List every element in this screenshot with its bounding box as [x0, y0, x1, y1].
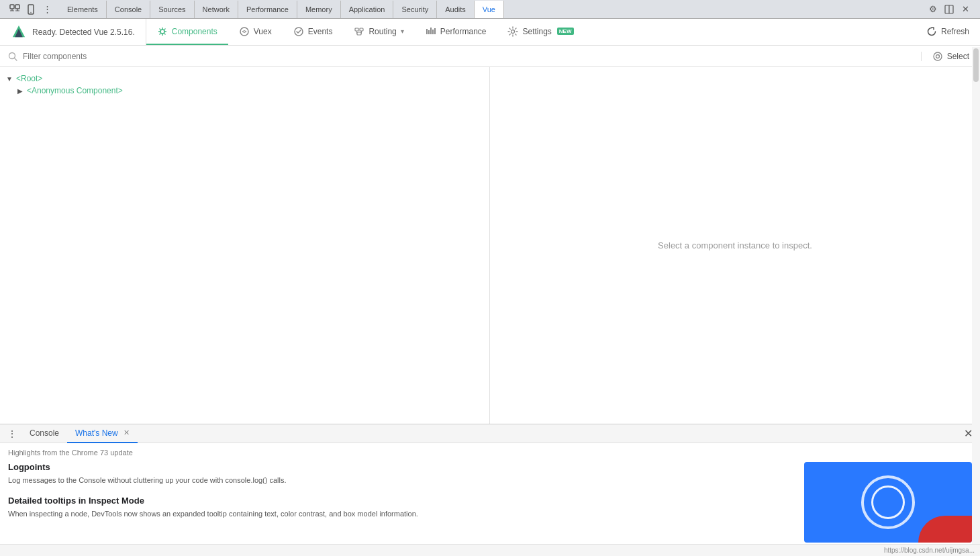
nav-settings[interactable]: Settings NEW	[497, 19, 584, 45]
bottom-tab-console[interactable]: Console	[21, 424, 67, 443]
nav-routing[interactable]: Routing ▾	[343, 19, 414, 45]
tab-performance[interactable]: Performance	[238, 1, 297, 18]
component-tree-panel: ▼ <Root> ▶ <Anonymous Component>	[0, 67, 490, 424]
routing-dropdown-arrow-icon: ▾	[401, 28, 404, 35]
svg-rect-0	[10, 5, 14, 9]
performance-icon	[426, 26, 436, 37]
bottom-menu-icon[interactable]: ⋮	[5, 427, 19, 441]
settings-new-badge: NEW	[557, 28, 574, 35]
filter-components-input[interactable]	[23, 52, 913, 61]
bottom-tab-close-icon[interactable]: ✕	[124, 428, 130, 437]
nav-events-label: Events	[308, 27, 333, 36]
nav-performance-label: Performance	[440, 27, 487, 36]
tree-toggle-root[interactable]: ▼	[5, 75, 13, 83]
detailed-tooltips-desc: When inspecting a node, DevTools now sho…	[8, 508, 793, 520]
svg-line-13	[159, 28, 160, 30]
logpoints-desc: Log messages to the Console without clut…	[8, 475, 793, 486]
search-icon	[8, 52, 17, 61]
svg-point-8	[160, 30, 164, 34]
thumbnail-circle-inner	[871, 485, 905, 519]
main-scrollbar[interactable]	[972, 47, 980, 544]
nav-components[interactable]: Components	[146, 19, 228, 45]
svg-point-29	[511, 30, 515, 33]
nav-components-label: Components	[172, 27, 217, 36]
vue-logo-area: Ready. Detected Vue 2.5.16.	[0, 19, 146, 45]
nav-vuex-label: Vuex	[254, 27, 272, 36]
close-devtools-icon[interactable]: ✕	[959, 3, 972, 16]
components-icon	[157, 26, 168, 37]
bottom-tab-whats-new[interactable]: What's New ✕	[67, 424, 138, 443]
tab-console[interactable]: Console	[107, 1, 150, 18]
url-bar: https://blog.csdn.net/uijmgsa...	[0, 544, 980, 556]
bottom-tabs-bar: ⋮ Console What's New ✕ ✕	[0, 424, 980, 443]
tab-sources[interactable]: Sources	[150, 1, 194, 18]
bottom-content: Highlights from the Chrome 73 update Log…	[0, 443, 980, 544]
svg-rect-20	[360, 28, 363, 31]
svg-rect-28	[434, 28, 436, 34]
bottom-text-col: Logpoints Log messages to the Console wi…	[8, 462, 793, 543]
tree-item-root[interactable]: ▼ <Root>	[0, 73, 489, 85]
svg-line-31	[15, 58, 17, 60]
detailed-tooltips-title: Detailed tooltips in Inspect Mode	[8, 496, 793, 506]
inspector-panel: Select a component instance to inspect.	[490, 67, 980, 424]
vue-logo-icon	[11, 24, 27, 40]
main-content: ▼ <Root> ▶ <Anonymous Component> Select …	[0, 67, 980, 424]
nav-vuex[interactable]: Vuex	[228, 19, 283, 45]
tree-node-anonymous: <Anonymous Component>	[27, 86, 123, 95]
routing-icon	[354, 26, 364, 37]
svg-rect-24	[426, 29, 428, 34]
svg-point-3	[30, 11, 31, 12]
bottom-drawer: ⋮ Console What's New ✕ ✕ Highlights from…	[0, 424, 980, 544]
svg-line-15	[164, 28, 165, 30]
tree-item-anonymous[interactable]: ▶ <Anonymous Component>	[0, 85, 489, 97]
tab-network[interactable]: Network	[195, 1, 238, 18]
thumbnail-red-shape	[918, 516, 972, 543]
menu-dots-icon[interactable]: ⋮	[40, 3, 54, 16]
devtools-icon-group: ⋮	[3, 3, 59, 16]
svg-rect-21	[357, 32, 361, 35]
select-button[interactable]: Select	[922, 51, 980, 62]
settings-gear-icon[interactable]: ⚙	[926, 3, 940, 16]
scrollbar-thumb[interactable]	[973, 48, 979, 82]
filter-bar: Select	[0, 46, 980, 67]
inspector-empty-message: Select a component instance to inspect.	[658, 240, 812, 250]
nav-events[interactable]: Events	[283, 19, 344, 45]
vue-nav: Components Vuex Events	[146, 19, 980, 45]
tab-audits[interactable]: Audits	[437, 1, 475, 18]
bottom-headline: Highlights from the Chrome 73 update	[8, 449, 972, 457]
events-icon	[293, 26, 304, 37]
tab-application[interactable]: Application	[341, 1, 394, 18]
select-icon	[932, 51, 943, 62]
svg-rect-19	[355, 28, 358, 31]
filter-input-wrap	[0, 52, 922, 61]
vue-status-text: Ready. Detected Vue 2.5.16.	[32, 28, 135, 37]
svg-rect-27	[432, 30, 434, 34]
nav-routing-label: Routing	[369, 27, 396, 36]
settings-icon	[507, 26, 518, 37]
nav-performance[interactable]: Performance	[415, 19, 497, 45]
tree-toggle-anonymous[interactable]: ▶	[16, 87, 24, 95]
nav-settings-label: Settings	[522, 27, 551, 36]
nav-refresh[interactable]: Refresh	[916, 19, 980, 45]
tab-security[interactable]: Security	[393, 1, 437, 18]
logpoints-title: Logpoints	[8, 462, 793, 472]
chrome-tab-bar: ⋮ Elements Console Sources Network Perfo…	[0, 0, 980, 19]
thumbnail-circle-outer	[861, 475, 915, 529]
mobile-icon[interactable]	[24, 3, 38, 16]
select-label: Select	[947, 52, 969, 61]
vuex-icon	[239, 26, 250, 37]
bottom-tab-console-label: Console	[30, 428, 59, 438]
refresh-icon	[926, 26, 937, 37]
svg-rect-1	[15, 5, 19, 9]
url-text: https://blog.csdn.net/uijmgsa...	[884, 547, 975, 554]
inspect-icon[interactable]	[8, 3, 21, 16]
svg-point-33	[936, 54, 939, 58]
tab-memory[interactable]: Memory	[297, 1, 341, 18]
svg-rect-25	[428, 30, 430, 34]
dock-icon[interactable]	[942, 3, 956, 16]
tab-vue[interactable]: Vue	[475, 1, 504, 18]
vue-topbar: Ready. Detected Vue 2.5.16. Components	[0, 19, 980, 46]
svg-point-17	[240, 28, 248, 36]
tab-elements[interactable]: Elements	[59, 1, 107, 18]
svg-rect-26	[430, 28, 432, 34]
